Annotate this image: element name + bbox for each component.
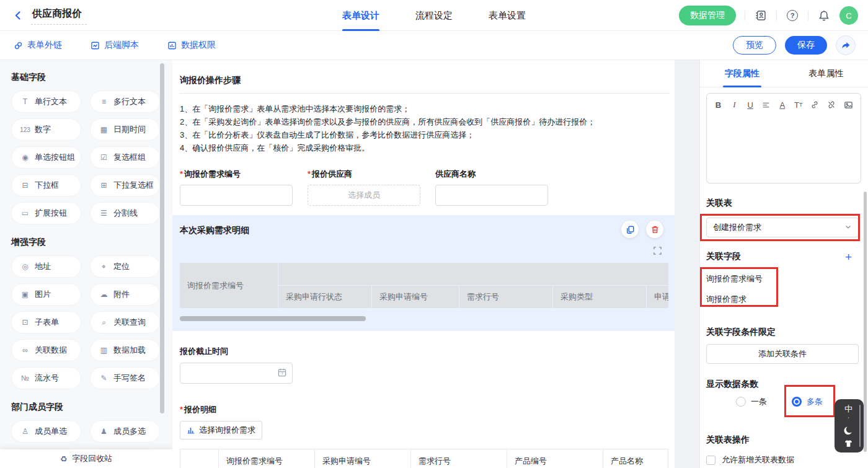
insert-image-button[interactable] [844,100,853,110]
field-pill-image[interactable]: ▣图片 [11,283,81,306]
widget-slider[interactable] [859,405,861,447]
form-canvas: 询报价操作步骤 1、在「询报价需求」表单从需求池中选择本次要询报价的需求； 2、… [172,60,675,468]
supplier-name-input[interactable] [435,185,548,206]
field-pill-member-single[interactable]: ♙成员单选 [11,420,81,443]
insert-link-button[interactable] [810,100,819,109]
field-pill-signature[interactable]: ✎手写签名 [90,367,160,389]
help-icon: ? [787,10,798,21]
back-button[interactable] [11,9,25,22]
allow-add-related-data-option[interactable]: 允许新增关联表数据 [706,454,794,466]
help-button[interactable]: ? [786,9,799,22]
step-line: 2、在「采购发起询价」表单选择询价需求以及参与报价的供应商，所有供应商会收到「供… [180,115,670,128]
field-recycle-bin[interactable]: ♻ 字段回收站 [0,449,172,468]
related-table-select[interactable]: 创建报价需求 [706,218,859,237]
field-pill-address[interactable]: ◎地址 [11,255,81,278]
table-ops-label: 关联表操作 [706,435,750,446]
field-pill-attachment[interactable]: ☁附件 [90,283,160,306]
align-button[interactable] [762,101,770,109]
tab-flow-settings[interactable]: 流程设定 [415,0,453,31]
underline-button[interactable]: U [746,100,755,110]
save-button[interactable]: 保存 [785,36,827,55]
backend-script-button[interactable]: 后端脚本 [91,40,139,51]
rich-text-content[interactable] [707,116,861,183]
tab-form-design[interactable]: 表单设计 [342,0,379,31]
related-table-label: 关联表 [706,198,732,209]
tab-form-settings[interactable]: 表单设置 [489,0,526,31]
related-field-item: 询报价需求编号 [706,273,763,285]
tab-form-properties[interactable]: 表单属性 [784,60,868,87]
preview-button[interactable]: 预览 [733,36,776,55]
detail-column-index [180,449,219,468]
field-pill-number[interactable]: 123数字 [11,118,81,141]
pen-icon: ✎ [99,374,109,382]
field-description-editor[interactable]: B I U A TT [706,93,861,183]
radio-option-multiple[interactable]: 多条 [792,396,823,407]
radio-icon [736,397,746,407]
sidebar-scrollbar[interactable] [160,63,164,413]
field-pill-member-multi[interactable]: ♟成员多选 [90,420,160,443]
field-pill-divider[interactable]: ☰分割线 [90,202,160,224]
field-pill-multi-dropdown[interactable]: ⊞下拉复选框 [90,174,160,196]
deadline-date-field[interactable]: 7 [180,363,293,384]
italic-button[interactable]: I [730,100,738,110]
required-asterisk: * [180,405,183,414]
button-icon: ▭ [20,209,30,218]
select-member-box[interactable]: 选择成员 [308,185,420,206]
field-request-number[interactable]: *询报价需求编号 [180,169,293,206]
steps-text[interactable]: 1、在「询报价需求」表单从需求池中选择本次要询报价的需求； 2、在「采购发起询价… [180,102,670,154]
expand-button[interactable] [653,246,662,258]
remove-link-button[interactable] [827,100,836,109]
required-asterisk: * [308,169,311,179]
notifications-button[interactable] [817,9,831,22]
field-supplier-name[interactable]: 供应商名称 [435,169,548,206]
subform-horizontal-scrollbar[interactable] [180,316,366,321]
field-pill-location[interactable]: ⌖定位 [90,255,160,278]
script-icon [91,41,100,50]
delete-field-button[interactable] [646,221,663,238]
font-color-button[interactable]: A [778,100,786,110]
radio-option-single[interactable]: 一条 [736,396,767,407]
ime-language-indicator[interactable]: 中 [844,404,852,415]
bold-button[interactable]: B [714,100,722,110]
field-pill-radio-group[interactable]: ◉单选按钮组 [11,146,81,169]
font-size-button[interactable]: TT [794,100,802,110]
recycle-icon: ♻ [60,454,68,464]
field-pill-dropdown[interactable]: ⊟下拉框 [11,174,81,196]
external-link-button[interactable]: 表单外链 [14,40,62,51]
field-pill-single-line-text[interactable]: T单行文本 [11,91,81,113]
field-pill-related-query[interactable]: ⌕关联查询 [90,311,160,333]
add-condition-button[interactable]: 添加关联条件 [706,344,859,364]
share-button[interactable] [836,35,856,55]
field-pill-extend-button[interactable]: ▭扩展按钮 [11,202,81,224]
dark-mode-moon-icon[interactable] [843,425,854,436]
field-pill-subform[interactable]: ⊡子表单 [11,311,81,333]
field-pill-serial-number[interactable]: №流水号 [11,367,81,389]
display-count-label: 显示数据条数 [706,379,758,390]
data-manage-button[interactable]: 数据管理 [679,6,736,25]
theme-shirt-icon[interactable] [844,439,853,448]
copy-field-button[interactable] [621,221,639,238]
panel-scrollbar[interactable] [864,192,867,452]
deadline-field-label[interactable]: 报价截止时间 [180,346,670,357]
field-pill-data-load[interactable]: ▥数据加载 [90,339,160,361]
field-pill-checkbox-group[interactable]: ☑复选框组 [90,146,160,169]
contacts-button[interactable] [754,9,768,22]
select-inquiry-request-button[interactable]: 选择询报价需求 [180,421,262,439]
bell-icon [818,10,830,21]
field-pill-datetime[interactable]: ▦日期时间 [90,118,160,141]
field-pill-multi-line-text[interactable]: ≡多行文本 [90,91,160,113]
avatar[interactable]: C [839,6,858,25]
subform-purchase-detail[interactable]: 本次采购需求明细 [172,215,675,331]
field-pill-related-data[interactable]: ∞关联数据 [11,339,81,361]
steps-title[interactable]: 询报价操作步骤 [180,75,670,86]
data-permission-button[interactable]: 数据权限 [167,40,216,51]
quote-detail-label[interactable]: *报价明细 [180,404,670,415]
tab-field-properties[interactable]: 字段属性 [700,60,784,87]
form-title[interactable]: 供应商报价 [31,6,87,25]
deadline-date-input[interactable] [180,363,293,384]
request-number-input[interactable] [180,185,293,206]
ime-extension-widget[interactable]: 中 ʼ [835,399,864,453]
add-related-field-button[interactable]: + [845,251,852,263]
detail-column: 产品名称 [603,449,668,468]
field-quote-supplier[interactable]: *报价供应商 选择成员 [308,169,420,206]
